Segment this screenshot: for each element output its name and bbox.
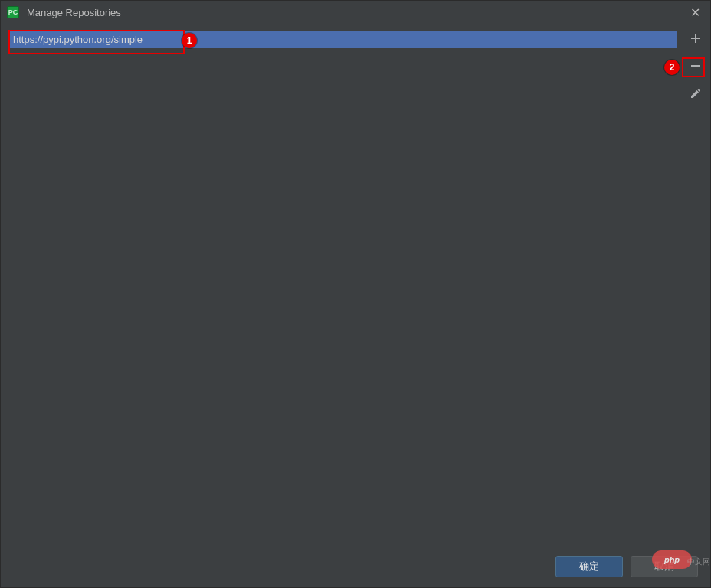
repository-list-area: https://pypi.python.org/simple: [1, 24, 681, 546]
close-icon: ✕: [690, 5, 700, 20]
ok-button[interactable]: 确定: [555, 556, 623, 577]
manage-repositories-dialog: PC Manage Repositories ✕ https://pypi.py…: [0, 0, 711, 588]
add-button[interactable]: [687, 31, 704, 48]
plus-icon: [690, 32, 702, 47]
dialog-body: https://pypi.python.org/simple: [1, 24, 710, 546]
edit-button[interactable]: [687, 87, 704, 103]
ok-button-label: 确定: [579, 560, 599, 573]
window-title: Manage Repositories: [27, 7, 121, 18]
cancel-button-label: 取消: [654, 560, 674, 573]
pencil-icon: [690, 87, 702, 103]
close-button[interactable]: ✕: [680, 1, 710, 24]
titlebar: PC Manage Repositories ✕: [1, 1, 710, 24]
minus-icon: [690, 60, 702, 75]
remove-button[interactable]: [687, 59, 704, 76]
svg-rect-2: [691, 65, 700, 67]
side-toolbar: [681, 24, 710, 546]
repository-url: https://pypi.python.org/simple: [13, 34, 143, 45]
cancel-button[interactable]: 取消: [631, 556, 698, 577]
dialog-footer: 确定 取消 php 中文网: [1, 546, 710, 587]
app-icon: PC: [7, 6, 19, 18]
svg-rect-1: [691, 38, 700, 39]
repository-row[interactable]: https://pypi.python.org/simple: [8, 31, 677, 48]
repository-list[interactable]: https://pypi.python.org/simple: [8, 31, 677, 538]
